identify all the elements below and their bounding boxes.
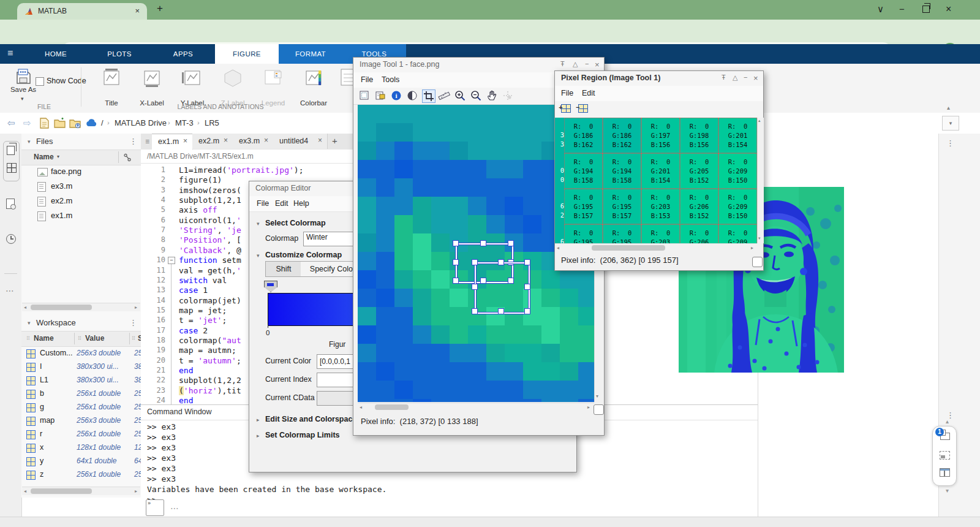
command-window-chip[interactable]: » <box>146 499 164 516</box>
scroll-down-icon[interactable]: ▾ <box>758 236 761 241</box>
upload-folder-icon[interactable] <box>69 118 81 128</box>
window-minimize-icon[interactable]: − <box>899 4 905 14</box>
scroll-thumb[interactable] <box>31 488 92 494</box>
pan-icon[interactable] <box>486 89 498 102</box>
scroll-thumb[interactable] <box>592 245 665 251</box>
select-colormap-caret-icon[interactable]: ▾ <box>257 221 260 227</box>
pixel-cell[interactable]: R: 0 G:186 B:162 <box>564 118 603 153</box>
menu-edit[interactable]: Edit <box>275 199 288 208</box>
set-limits-section[interactable]: Set Colormap Limits <box>265 431 340 439</box>
workspace-hscrollbar[interactable]: ◂ ▸ <box>22 487 140 495</box>
workspace-row-L1[interactable]: L1380x300 ui...380x <box>21 374 141 387</box>
minimize-triangle-icon[interactable]: △ <box>733 74 737 82</box>
scroll-up-icon[interactable]: ▴ <box>758 118 761 123</box>
pixel-cell[interactable]: R: 0 G:198 B:156 <box>680 118 718 153</box>
new-overview-icon[interactable] <box>358 89 371 102</box>
pixel-cell[interactable]: R: 0 G:195 B:157 <box>603 224 641 243</box>
pixel-cell[interactable]: R: 0 G:206 B:152 <box>680 224 718 243</box>
pixel-value-grid[interactable]: 3 3R: 0 G:186 B:162R: 0 G:186 B:162R: 0 … <box>555 118 757 243</box>
tab-close-icon[interactable]: × <box>135 6 140 15</box>
crop-handle[interactable] <box>508 240 514 246</box>
panel-more-icon[interactable]: ⋯ <box>170 503 179 513</box>
collapse-workspace-icon[interactable]: ▾ <box>28 320 31 326</box>
zoom-in-grid-icon[interactable]: + <box>561 104 571 113</box>
breadcrumb-dropdown-icon[interactable]: ▾ <box>942 116 959 131</box>
crop-handle[interactable] <box>498 308 504 314</box>
new-script-icon[interactable] <box>39 118 50 129</box>
scroll-right-icon[interactable]: ▸ <box>135 305 137 310</box>
files-column-name[interactable]: Name <box>34 153 54 161</box>
files-hscrollbar[interactable]: ◂ ▸ <box>22 303 140 311</box>
breadcrumb-item-matlab-drive[interactable]: MATLAB Drive <box>115 118 167 127</box>
workspace-row-b[interactable]: b256x1 double256x <box>21 387 141 401</box>
pixel-cell[interactable]: R: 0 G:201 B:154 <box>718 118 757 153</box>
file-item-face-png[interactable]: face.png <box>21 164 141 179</box>
workspace-row-x[interactable]: x128x1 double128x <box>21 441 141 455</box>
pixel-cell[interactable]: R: 0 G:197 B:156 <box>641 118 680 153</box>
tab-close-icon[interactable]: × <box>224 136 228 145</box>
window-resize-grip[interactable] <box>594 404 604 415</box>
crop-handle[interactable] <box>453 259 459 265</box>
ribbon-button-x-label[interactable]: X-Label <box>134 67 170 108</box>
pixel-region-rect[interactable] <box>475 262 530 314</box>
snapshot-icon[interactable] <box>940 451 950 460</box>
pill-caret-down-icon[interactable]: ▾ <box>946 487 949 494</box>
toolstrip-tab-figure[interactable]: FIGURE <box>215 44 279 64</box>
workspace-column-name[interactable]: Name <box>34 334 54 343</box>
pixel-cell[interactable]: R: 0 G:209 B:150 <box>718 224 757 243</box>
image-info-icon[interactable]: i <box>390 89 402 102</box>
scroll-right-icon[interactable]: ▸ <box>135 488 137 494</box>
menu-help[interactable]: Help <box>293 199 309 208</box>
crop-icon[interactable] <box>422 89 435 103</box>
workspace-row-map[interactable]: map256x3 double256x <box>21 414 141 428</box>
tab-search-chevron-icon[interactable]: ∨ <box>877 4 884 15</box>
close-icon[interactable]: × <box>595 60 600 69</box>
canvas-hscrollbar[interactable]: ◂ ▸ <box>358 403 594 411</box>
editor-tab-ex1-m[interactable]: ex1.m× <box>152 134 193 150</box>
more-tools-icon[interactable]: ⋯ <box>6 286 15 295</box>
file-item-ex1-m[interactable]: ex1.m <box>21 208 141 223</box>
workspace-column-value[interactable]: Value <box>85 334 104 343</box>
pixel-cell[interactable]: R: 0 G:195 B:157 <box>603 189 641 224</box>
zoom-out-icon[interactable] <box>470 89 482 102</box>
pixel-cell[interactable]: R: 0 G:209 B:150 <box>718 153 757 189</box>
layout-split-icon[interactable] <box>940 468 950 477</box>
tab-shift[interactable]: Shift <box>265 261 302 277</box>
scroll-left-icon[interactable]: ◂ <box>360 404 362 410</box>
zoom-in-icon[interactable] <box>454 89 466 102</box>
toolstrip-tab-home[interactable]: HOME <box>24 44 88 64</box>
pixel-cell[interactable]: R: 0 G:203 B:153 <box>641 224 680 243</box>
workspace-row-y[interactable]: y64x1 double64x1 <box>21 455 141 468</box>
file-item-ex2-m[interactable]: ex2.m <box>21 194 141 208</box>
workspace-row-I[interactable]: I380x300 ui...380x <box>21 360 141 374</box>
customize-colormap-caret-icon[interactable]: ▾ <box>257 252 260 259</box>
window-resize-grip[interactable] <box>752 257 763 267</box>
tab-close-icon[interactable]: × <box>264 136 268 145</box>
editor-tab-ex2-m[interactable]: ex2.m× <box>192 134 233 149</box>
collapse-ribbon-icon[interactable]: ▴ <box>947 104 950 111</box>
crop-handle[interactable] <box>453 278 459 284</box>
pixel-cell[interactable]: R: 0 G:205 B:152 <box>680 153 718 189</box>
crop-handle[interactable] <box>472 308 478 314</box>
menu-edit[interactable]: Edit <box>582 89 595 97</box>
scroll-thumb[interactable] <box>31 305 92 310</box>
adjust-contrast-icon[interactable] <box>406 89 418 102</box>
toolstrip-tab-format[interactable]: FORMAT <box>279 44 342 64</box>
code-fold-icon[interactable]: − <box>168 257 175 264</box>
menu-file[interactable]: File <box>257 199 269 208</box>
workspace-row-g[interactable]: g256x1 double256x <box>21 401 141 414</box>
grouping-icon[interactable] <box>123 153 132 162</box>
toolstrip-tab-apps[interactable]: APPS <box>151 44 215 64</box>
column-divider[interactable] <box>74 333 75 344</box>
measure-distance-icon[interactable] <box>438 89 450 102</box>
pixel-cell[interactable]: R: 0 G:186 B:162 <box>603 118 641 153</box>
editor-tab-untitled4[interactable]: untitled4× <box>273 134 328 149</box>
new-tab-button[interactable]: + <box>157 2 163 15</box>
browser-tab-matlab[interactable]: MATLAB × <box>17 3 147 20</box>
pixel-cell[interactable]: R: 0 G:201 B:154 <box>641 153 680 189</box>
command-history-icon[interactable] <box>6 234 16 244</box>
pixel-cell[interactable]: R: 0 G:194 B:158 <box>603 153 641 189</box>
pixel-cell[interactable]: R: 0 G:194 B:158 <box>564 153 603 189</box>
select-colormap-section[interactable]: Select Colormap <box>265 219 326 227</box>
pixel-cell[interactable]: R: 0 G:206 B:152 <box>680 189 718 224</box>
